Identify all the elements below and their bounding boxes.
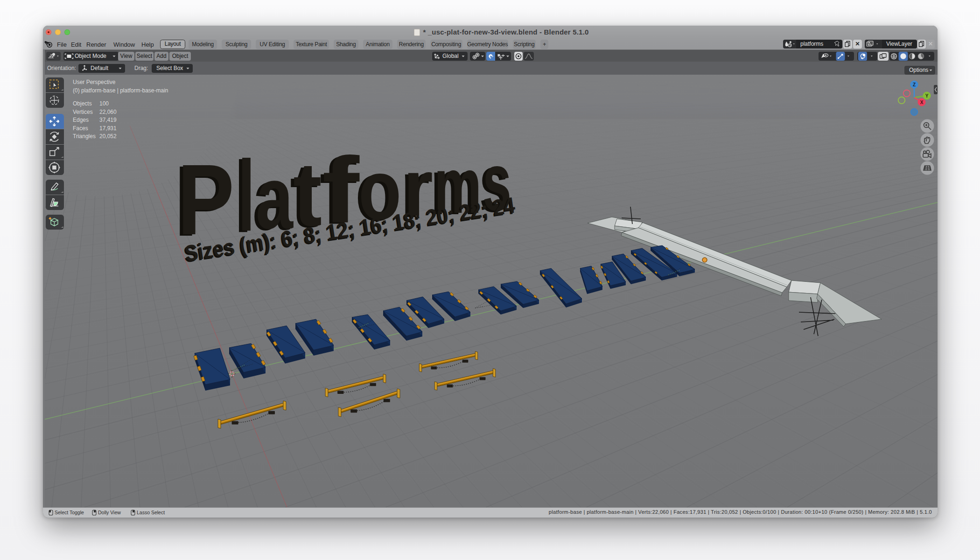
svg-text:22,060: 22,060 — [99, 109, 117, 115]
svg-text:Triangles: Triangles — [73, 133, 96, 140]
svg-text:User Perspective: User Perspective — [73, 79, 116, 85]
svg-text:100: 100 — [99, 100, 109, 107]
svg-text:Edges: Edges — [73, 117, 89, 123]
svg-text:Y: Y — [925, 93, 929, 98]
svg-text:Vertices: Vertices — [73, 109, 93, 115]
svg-text:X: X — [920, 100, 924, 105]
svg-text:20,052: 20,052 — [99, 133, 117, 140]
svg-text:17,931: 17,931 — [99, 125, 117, 132]
svg-text:Faces: Faces — [73, 125, 88, 132]
svg-text:Z: Z — [913, 82, 916, 87]
svg-text:37,419: 37,419 — [99, 117, 117, 123]
svg-text:(0) platform-base | platform-b: (0) platform-base | platform-base-main — [73, 87, 168, 94]
svg-text:Objects: Objects — [73, 100, 92, 107]
